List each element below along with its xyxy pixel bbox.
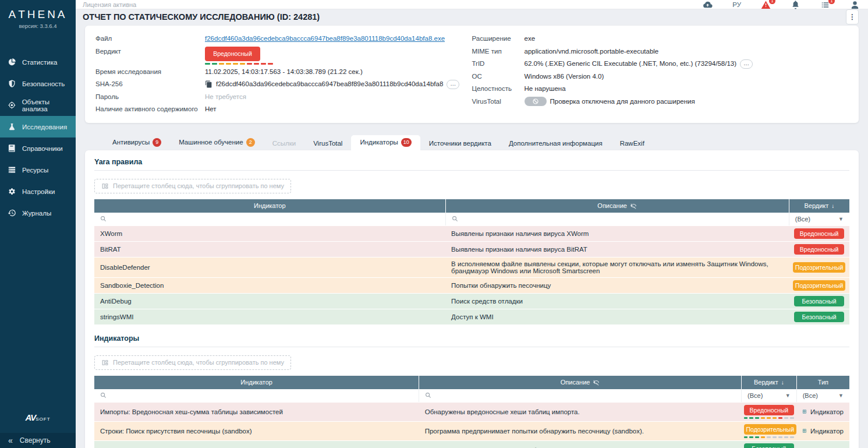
info-row: TrID 62.0% (.EXE) Generic CIL Executable…	[472, 58, 849, 70]
alerts-badge: 1	[769, 0, 775, 4]
cloud-upload-icon[interactable]	[703, 0, 713, 9]
table-row: stringsWMIДоступ к WMIБезопасный	[94, 309, 849, 324]
file-link[interactable]: f26dcdf460a3da96cedebca9baccca6947bea8f8…	[205, 34, 445, 44]
sidebar-item-gear[interactable]: Настройки	[0, 181, 76, 202]
verdict-filter-select[interactable]: (Все)▼	[789, 213, 849, 226]
indicator-cell: XWorm	[94, 225, 445, 241]
expand-hashes-button[interactable]: …	[447, 80, 459, 89]
column-header-verdict[interactable]: Вердикт↓	[789, 199, 849, 213]
description-cell: В исполняемом файле выявлены секции, кот…	[445, 257, 789, 277]
target-icon	[8, 101, 16, 110]
info-row: VirusTotal Проверка отключена для данног…	[472, 96, 849, 108]
yara-section-title: Yara правила	[94, 158, 849, 171]
info-label: ОС	[472, 72, 525, 82]
info-value: 62.0% (.EXE) Generic CIL Executable (.NE…	[525, 59, 737, 69]
column-header-description[interactable]: Описание	[445, 199, 789, 213]
yara-group-drop-area[interactable]: Перетащите столбец сюда, чтобы сгруппиро…	[94, 179, 291, 193]
column-header-indicator[interactable]: Индикатор	[94, 199, 445, 213]
info-row: Файл f26dcdf460a3da96cedebca9baccca6947b…	[95, 33, 472, 45]
description-cell: Попытки обнаружить песочницу	[445, 277, 789, 293]
app-root: ΑTHENΑ версия: 3.3.6.4 Статистика Безопа…	[0, 0, 868, 448]
sidebar-item-target[interactable]: Объекты анализа	[0, 94, 76, 116]
verdict-badge: Вредоносный	[744, 405, 794, 415]
column-header-verdict[interactable]: Вердикт↓	[742, 376, 797, 389]
column-header-type[interactable]: Тип	[796, 376, 849, 389]
sidebar-item-label: Безопасность	[22, 80, 65, 87]
column-search-filter[interactable]	[419, 389, 742, 403]
language-switch[interactable]: РУ	[732, 1, 741, 8]
column-search-filter[interactable]	[445, 213, 789, 226]
tab-6[interactable]: Дополнительная информация	[500, 137, 611, 150]
search-icon	[425, 392, 431, 398]
file-info-right-column: Расширение exe MIME тип application/vnd.…	[472, 33, 849, 116]
description-cell: Поиск средств отладки	[445, 293, 789, 309]
group-columns-icon	[101, 182, 109, 190]
tab-2: Ссылки	[264, 137, 305, 150]
info-row: Расширение exe	[472, 33, 849, 45]
search-icon	[100, 216, 107, 222]
info-label: Вердикт	[95, 47, 205, 57]
sidebar-item-server[interactable]: Ресурсы	[0, 159, 76, 181]
sort-desc-icon: ↓	[781, 379, 784, 386]
report-menu-button[interactable]: ⋮	[846, 9, 859, 24]
tab-4[interactable]: Индикаторы10	[351, 135, 420, 150]
verdict-badge: Вредоносный	[205, 47, 260, 61]
tab-count-badge: 10	[401, 138, 412, 147]
chevron-down-icon: ▼	[838, 393, 844, 398]
verdict-scale	[744, 436, 795, 438]
verdict-badge: Безопасный	[794, 312, 844, 322]
tab-5[interactable]: Источники вердикта	[420, 137, 500, 150]
app-logo: ΑTHENΑ	[0, 8, 76, 21]
column-search-filter[interactable]	[94, 213, 445, 226]
sidebar-item-flask[interactable]: Исследования	[0, 116, 76, 137]
verdict-cell: Безопасный	[789, 309, 849, 324]
tab-0[interactable]: Антивирусы9	[104, 135, 170, 150]
search-icon	[100, 392, 107, 398]
info-value: 11.02.2025, 14:03:17.563 - 14:03:38.789 …	[205, 67, 363, 77]
expand-trid-button[interactable]: …	[740, 59, 753, 69]
info-value: Не требуется	[205, 92, 246, 102]
info-value: Не нарушена	[525, 84, 566, 94]
gear-icon	[8, 187, 16, 196]
tab-1[interactable]: Машинное обучение2	[170, 135, 263, 150]
tab-7[interactable]: RawExif	[611, 137, 653, 150]
sidebar-collapse-button[interactable]: « Свернуть	[0, 433, 76, 448]
verdict-cell: Безопасный	[742, 440, 797, 448]
group-columns-icon	[101, 359, 109, 366]
indicator-cell: DisableDefender	[94, 257, 445, 277]
info-row: ОС Windows x86 (Version 4.0)	[472, 70, 849, 83]
sidebar-item-pie-chart[interactable]: Статистика	[0, 51, 76, 73]
indicators-group-drop-area[interactable]: Перетащите столбец сюда, чтобы сгруппиро…	[94, 355, 291, 370]
alerts-warning-icon[interactable]: 1	[761, 0, 771, 9]
tab-label: Дополнительная информация	[509, 140, 603, 147]
info-row: Пароль Не требуется	[95, 91, 472, 104]
tab-3[interactable]: VirusTotal	[304, 137, 351, 150]
column-header-indicator[interactable]: Индикатор	[94, 376, 419, 389]
tab-count-badge: 9	[153, 138, 161, 147]
verdict-cell: Вредоносный	[789, 241, 849, 257]
task-list-icon[interactable]: 1	[820, 0, 830, 9]
verdict-badge: Подозрительный	[793, 262, 846, 273]
user-profile-icon[interactable]	[850, 0, 860, 9]
description-cell: Выявлены признаки наличия вируса XWorm	[445, 225, 789, 241]
description-cell: Выявлены признаки наличия вируса BitRAT	[445, 241, 789, 257]
verdict-cell: Безопасный	[789, 293, 849, 309]
sidebar-item-shield[interactable]: Безопасность	[0, 73, 76, 94]
report-card: Yara правила Перетащите столбец сюда, чт…	[85, 150, 859, 448]
server-icon	[8, 165, 16, 174]
copy-icon[interactable]	[205, 80, 212, 88]
column-search-filter[interactable]	[94, 389, 419, 403]
verdict-filter-select[interactable]: (Все)▼	[742, 389, 797, 403]
sidebar-item-history[interactable]: Журналы	[0, 202, 76, 224]
table-row: Импорты: Вредоносная хеш-сумма таблицы з…	[94, 402, 849, 421]
type-filter-select[interactable]: (Все)▼	[796, 389, 849, 403]
bell-icon[interactable]	[791, 0, 800, 9]
indicator-cell: Импорты: Вредоносная хеш-сумма таблицы з…	[94, 402, 419, 421]
info-label: Целостность	[472, 84, 525, 94]
ban-icon	[532, 98, 539, 105]
info-label: VirusTotal	[472, 97, 525, 107]
sidebar-item-book[interactable]: Справочники	[0, 137, 76, 159]
verdict-cell: Подозрительный	[789, 257, 849, 277]
verdict-badge: Безопасный	[794, 296, 844, 306]
column-header-description[interactable]: Описание	[419, 376, 742, 389]
